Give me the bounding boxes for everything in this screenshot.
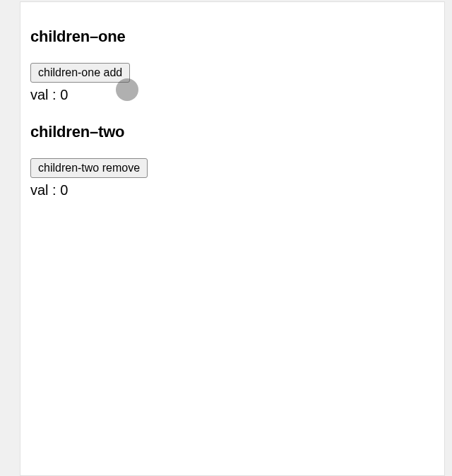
children-one-value-line: val : 0 <box>30 87 434 103</box>
section-children-two: children–two children-two remove val : 0 <box>30 123 434 198</box>
children-one-value: 0 <box>60 87 68 102</box>
heading-children-two: children–two <box>30 123 434 141</box>
value-prefix: val : <box>30 182 60 198</box>
children-two-value-line: val : 0 <box>30 182 434 198</box>
children-two-value: 0 <box>60 182 68 198</box>
heading-children-one: children–one <box>30 28 434 46</box>
children-two-remove-button[interactable]: children-two remove <box>30 158 148 178</box>
children-one-add-button[interactable]: children-one add <box>30 63 130 83</box>
section-children-one: children–one children-one add val : 0 <box>30 28 434 103</box>
page-container: children–one children-one add val : 0 ch… <box>20 1 445 476</box>
value-prefix: val : <box>30 87 60 102</box>
